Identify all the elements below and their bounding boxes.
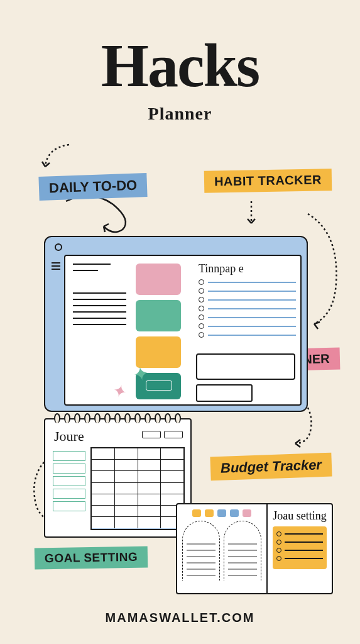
notebook-side-list — [53, 451, 85, 514]
menu-bars-icon — [52, 262, 60, 272]
label-goal-setting: GOAL SETTING — [35, 546, 148, 569]
footer-brand: MAMASWALLET.COM — [0, 611, 360, 625]
booklet-right-page: Joau setting — [268, 504, 332, 593]
arch-icon — [224, 521, 261, 580]
booklet-left-page — [177, 504, 268, 593]
checklist-heading: Tinnpap e — [199, 262, 296, 275]
meal-box — [196, 353, 295, 380]
swatch-green — [136, 300, 181, 331]
arrow-icon — [302, 208, 352, 333]
meal-box-small — [196, 384, 253, 402]
page-title: Hacks — [0, 30, 360, 101]
planner-left-col — [73, 264, 126, 325]
booklet-illustration: Joau setting — [176, 503, 333, 594]
planner-illustration: Tinnpap e ✦ ✦ — [44, 236, 308, 412]
page-subtitle: Planner — [0, 104, 360, 124]
leaf-icon: ✦ — [111, 380, 129, 403]
color-dots — [182, 509, 261, 517]
notebook-illustration: Joure — [44, 418, 192, 538]
planner-checklist: Tinnpap e — [199, 262, 296, 341]
label-daily-todo: DAILY TO-DO — [38, 173, 147, 201]
notebook-grid — [90, 447, 185, 530]
planner-page: Tinnpap e ✦ ✦ — [64, 255, 302, 406]
spiral-binding-icon — [54, 413, 181, 423]
arrow-icon — [239, 198, 264, 233]
window-dot-icon — [55, 243, 62, 251]
booklet-heading: Joau setting — [273, 509, 327, 523]
booklet-list — [273, 526, 327, 569]
notebook-tabs — [142, 431, 183, 438]
arch-icon — [182, 521, 220, 580]
notebook-heading: Joure — [54, 428, 84, 445]
label-budget-tracker: Budget Tracker — [210, 453, 332, 481]
swatch-pink — [136, 264, 181, 295]
arrow-icon — [38, 142, 82, 176]
label-habit-tracker: HABIT TRACKER — [204, 169, 332, 193]
